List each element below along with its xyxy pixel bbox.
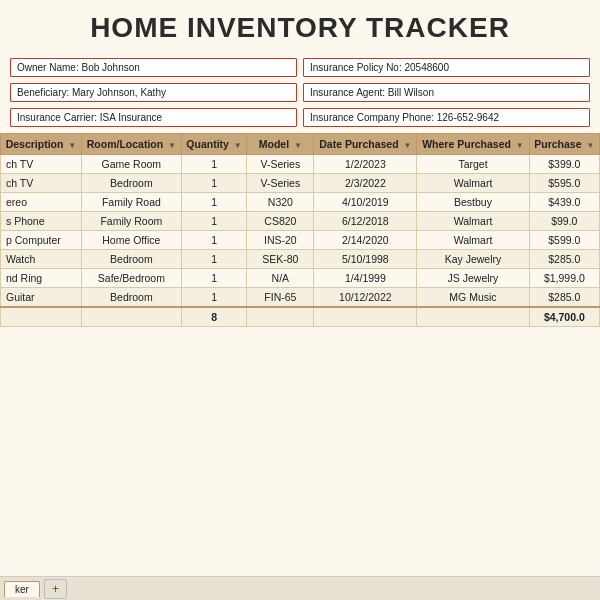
table-cell: MG Music — [417, 288, 529, 308]
table-row: ch TVGame Room1V-Series1/2/2023Target$39… — [1, 155, 600, 174]
bottom-tab[interactable]: ker — [4, 581, 40, 597]
table-row: s PhoneFamily Room1CS8206/12/2018Walmart… — [1, 212, 600, 231]
table-cell: $285.0 — [529, 288, 599, 308]
dropdown-arrow-model[interactable]: ▼ — [294, 141, 302, 150]
col-header-qty[interactable]: Quantity ▼ — [181, 134, 247, 155]
table-cell: V-Series — [247, 155, 314, 174]
table-cell: $99.0 — [529, 212, 599, 231]
total-cell: 8 — [181, 307, 247, 327]
table-cell: 5/10/1998 — [314, 250, 417, 269]
table-cell: 1 — [181, 269, 247, 288]
table-cell: Bedroom — [81, 288, 181, 308]
dropdown-arrow-where[interactable]: ▼ — [516, 141, 524, 150]
table-cell: $1,999.0 — [529, 269, 599, 288]
table-cell: 1 — [181, 288, 247, 308]
dropdown-arrow-room[interactable]: ▼ — [168, 141, 176, 150]
table-row: ereoFamily Road1N3204/10/2019Bestbuy$439… — [1, 193, 600, 212]
table-cell: Safe/Bedroom — [81, 269, 181, 288]
col-header-room[interactable]: Room/Location ▼ — [81, 134, 181, 155]
col-header-purchase[interactable]: Purchase ▼ — [529, 134, 599, 155]
owner-info: Owner Name: Bob Johnson — [10, 58, 297, 77]
total-cell — [247, 307, 314, 327]
table-body: ch TVGame Room1V-Series1/2/2023Target$39… — [1, 155, 600, 327]
table-cell: $595.0 — [529, 174, 599, 193]
table-cell: Target — [417, 155, 529, 174]
agent-info: Insurance Agent: Bill Wilson — [303, 83, 590, 102]
info-section: Owner Name: Bob Johnson Insurance Policy… — [0, 52, 600, 133]
policy-info: Insurance Policy No: 20548600 — [303, 58, 590, 77]
table-cell: Bedroom — [81, 174, 181, 193]
total-cell — [1, 307, 82, 327]
table-cell: Walmart — [417, 231, 529, 250]
tab-bar: ker + — [0, 576, 600, 600]
table-row: WatchBedroom1SEK-805/10/1998Kay Jewelry$… — [1, 250, 600, 269]
dropdown-arrow-purchase[interactable]: ▼ — [586, 141, 594, 150]
page-title: HOME INVENTORY TRACKER — [0, 0, 600, 52]
table-cell: s Phone — [1, 212, 82, 231]
table-row: nd RingSafe/Bedroom1N/A1/4/1999JS Jewelr… — [1, 269, 600, 288]
table-cell: 6/12/2018 — [314, 212, 417, 231]
table-cell: 1/4/1999 — [314, 269, 417, 288]
table-cell: 1 — [181, 212, 247, 231]
table-header-row: Description ▼ Room/Location ▼ Quantity ▼… — [1, 134, 600, 155]
inventory-table: Description ▼ Room/Location ▼ Quantity ▼… — [0, 133, 600, 327]
dropdown-arrow-qty[interactable]: ▼ — [234, 141, 242, 150]
table-cell: ereo — [1, 193, 82, 212]
table-cell: SEK-80 — [247, 250, 314, 269]
table-cell: Walmart — [417, 174, 529, 193]
total-cell — [314, 307, 417, 327]
col-header-date[interactable]: Date Purchased ▼ — [314, 134, 417, 155]
table-cell: $439.0 — [529, 193, 599, 212]
carrier-info: Insurance Carrier: ISA Insurance — [10, 108, 297, 127]
table-cell: Bestbuy — [417, 193, 529, 212]
table-cell: Walmart — [417, 212, 529, 231]
table-cell: p Computer — [1, 231, 82, 250]
table-cell: 1 — [181, 250, 247, 269]
table-cell: INS-20 — [247, 231, 314, 250]
table-cell: 10/12/2022 — [314, 288, 417, 308]
total-cell: $4,700.0 — [529, 307, 599, 327]
table-cell: Game Room — [81, 155, 181, 174]
table-cell: $285.0 — [529, 250, 599, 269]
col-header-where[interactable]: Where Purchased ▼ — [417, 134, 529, 155]
total-cell — [81, 307, 181, 327]
table-cell: nd Ring — [1, 269, 82, 288]
dropdown-arrow-date[interactable]: ▼ — [404, 141, 412, 150]
table-cell: 1 — [181, 174, 247, 193]
table-cell: 1 — [181, 155, 247, 174]
table-cell: $599.0 — [529, 231, 599, 250]
table-row: GuitarBedroom1FIN-6510/12/2022MG Music$2… — [1, 288, 600, 308]
table-cell: $399.0 — [529, 155, 599, 174]
table-cell: Family Road — [81, 193, 181, 212]
dropdown-arrow-description[interactable]: ▼ — [68, 141, 76, 150]
table-cell: 2/3/2022 — [314, 174, 417, 193]
col-header-description[interactable]: Description ▼ — [1, 134, 82, 155]
total-cell — [417, 307, 529, 327]
table-cell: Guitar — [1, 288, 82, 308]
table-row: ch TVBedroom1V-Series2/3/2022Walmart$595… — [1, 174, 600, 193]
table-cell: V-Series — [247, 174, 314, 193]
table-cell: JS Jewelry — [417, 269, 529, 288]
col-header-model[interactable]: Model ▼ — [247, 134, 314, 155]
phone-info: Insurance Company Phone: 126-652-9642 — [303, 108, 590, 127]
table-cell: Family Room — [81, 212, 181, 231]
table-cell: 2/14/2020 — [314, 231, 417, 250]
table-cell: FIN-65 — [247, 288, 314, 308]
table-cell: Watch — [1, 250, 82, 269]
table-cell: Kay Jewelry — [417, 250, 529, 269]
table-cell: 1 — [181, 231, 247, 250]
page: HOME INVENTORY TRACKER Owner Name: Bob J… — [0, 0, 600, 600]
table-cell: CS820 — [247, 212, 314, 231]
add-tab-button[interactable]: + — [44, 579, 67, 599]
table-cell: 4/10/2019 — [314, 193, 417, 212]
table-cell: 1/2/2023 — [314, 155, 417, 174]
table-wrapper: Description ▼ Room/Location ▼ Quantity ▼… — [0, 133, 600, 576]
table-cell: 1 — [181, 193, 247, 212]
total-row: 8$4,700.0 — [1, 307, 600, 327]
beneficiary-info: Beneficiary: Mary Johnson, Kathy — [10, 83, 297, 102]
table-cell: N/A — [247, 269, 314, 288]
table-cell: Home Office — [81, 231, 181, 250]
table-cell: ch TV — [1, 155, 82, 174]
table-cell: Bedroom — [81, 250, 181, 269]
table-cell: ch TV — [1, 174, 82, 193]
